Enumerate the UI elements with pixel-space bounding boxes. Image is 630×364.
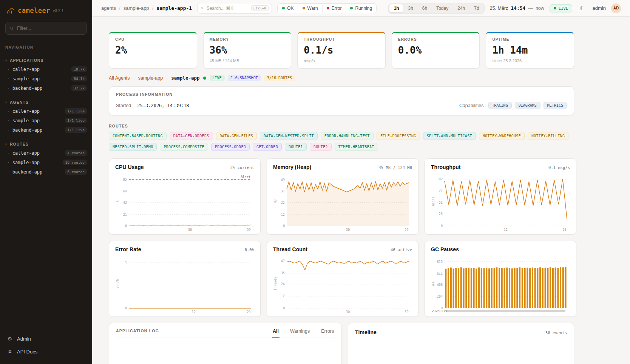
stat-card[interactable]: ERRORS 0.0%: [392, 32, 480, 69]
svg-text:30: 30: [346, 228, 350, 232]
route-chip[interactable]: ROUTE1: [285, 143, 307, 151]
chart-plot[interactable]: 0265177102msg/s1223: [431, 172, 570, 232]
api-docs-label: API Docs: [17, 349, 37, 355]
global-search[interactable]: Ctrl+K: [197, 3, 272, 14]
breadcrumb-agents[interactable]: agents: [101, 5, 116, 11]
status-filter-button[interactable]: OK: [278, 4, 298, 13]
chart-plot[interactable]: 01err/h1223: [115, 255, 254, 314]
capability-badge[interactable]: DIAGRAMS: [515, 102, 540, 109]
route-chip[interactable]: SPLIT-AND-MULTICAST: [423, 132, 476, 140]
sidebar-item-route-group[interactable]: ▸ backend-app 6 routes: [0, 167, 92, 177]
stat-value: 2%: [115, 45, 191, 56]
status-dot-icon: [303, 7, 305, 9]
route-chip[interactable]: NOTIFY-BILLING: [528, 132, 569, 140]
sidebar-item-agent[interactable]: ▸ backend-app 1/1 live: [0, 125, 92, 135]
sidebar-item-application[interactable]: ▸ sample-app 84.1k: [0, 74, 92, 83]
live-toggle[interactable]: LIVE: [550, 4, 572, 12]
time-range-button[interactable]: 3h: [404, 4, 417, 12]
sidebar-item-application[interactable]: ▸ caller-app 10.7k: [0, 65, 92, 74]
log-tab[interactable]: All: [272, 329, 279, 338]
route-chip[interactable]: PROCESS-ORDER: [211, 143, 250, 151]
avatar[interactable]: AD: [611, 3, 621, 13]
route-chip[interactable]: PROCESS-COMPOSITE: [160, 143, 208, 151]
capability-badge[interactable]: METRICS: [544, 102, 567, 109]
stat-subtext: since 25.3.2026: [492, 58, 568, 63]
chart-plot[interactable]: 021436485%3059Alert: [115, 172, 254, 232]
list-icon: ≡: [7, 349, 13, 355]
route-chip[interactable]: TIMER-HEARTBEAT: [335, 143, 378, 151]
item-label: caller-app: [12, 109, 40, 114]
svg-text:49: 49: [281, 178, 285, 182]
filter-input[interactable]: [16, 25, 83, 31]
svg-text:12: 12: [504, 228, 508, 232]
sidebar-item-agent[interactable]: ▸ sample-app 1/1 live: [0, 116, 92, 125]
status-filter-button[interactable]: Warn: [298, 4, 322, 13]
route-chip[interactable]: GET-ORDER: [253, 143, 282, 151]
chart-plot[interactable]: 012243547threads3059: [273, 255, 412, 314]
stat-value: 0.1/s: [304, 45, 379, 56]
sidebar-item-agent[interactable]: ▸ caller-app 1/1 live: [0, 106, 92, 116]
stat-card[interactable]: MEMORY 36% 45 MB / 124 MB: [203, 32, 292, 69]
moon-icon: ☾: [580, 5, 585, 11]
route-chip[interactable]: CONTENT-BASED-ROUTING: [109, 132, 167, 140]
stat-value: 1h 14m: [492, 45, 568, 56]
route-chip[interactable]: ERROR-HANDLING-TEST: [321, 132, 374, 140]
chart-title: Thread Count: [273, 246, 307, 252]
time-range-button[interactable]: 1h: [389, 4, 403, 12]
item-status-badge: 1/1 live: [65, 127, 87, 133]
route-chip[interactable]: NESTED-SPLIT-DEMO: [109, 143, 157, 151]
dark-mode-toggle[interactable]: ☾: [578, 4, 587, 12]
route-chip[interactable]: DATA-GEN-ORDERS: [170, 132, 213, 140]
agent-badge: 3/16 ROUTES: [264, 75, 295, 81]
date-label: 25. März: [490, 6, 508, 11]
chart-title: Error Rate: [115, 246, 141, 252]
svg-text:20260325…: 20260325…: [432, 309, 449, 313]
chart-plot[interactable]: 012253749MB3059: [273, 172, 412, 232]
section-header-agents[interactable]: ▾ AGENTS: [0, 98, 92, 106]
section-header-applications[interactable]: ▾ APPLICATIONS: [0, 56, 92, 65]
item-label: caller-app: [12, 67, 40, 72]
route-chip[interactable]: DATA-GEN-FILES: [216, 132, 257, 140]
route-chip[interactable]: ROUTE2: [310, 143, 332, 151]
stat-card[interactable]: CPU 2%: [109, 32, 197, 69]
app-link[interactable]: sample-app: [138, 75, 163, 81]
log-tab[interactable]: Errors: [320, 329, 335, 338]
all-agents-link[interactable]: All Agents: [109, 75, 130, 81]
time-range-button[interactable]: Today: [432, 4, 452, 12]
timeline-events-badge: 50 events: [545, 330, 567, 335]
chevron-right-icon: ▸: [8, 119, 9, 122]
sidebar-item-route-group[interactable]: ▸ sample-app 16 routes: [0, 158, 92, 167]
time-range-button[interactable]: 6h: [418, 4, 431, 12]
logo[interactable]: cameleer v3.2.1: [0, 0, 92, 18]
stat-card[interactable]: UPTIME 1h 14m since 25.3.2026: [486, 32, 574, 69]
separator-dot: ·: [133, 75, 135, 81]
sidebar-item-application[interactable]: ▸ backend-app 32.2k: [0, 83, 92, 93]
stat-card[interactable]: THROUGHPUT 0.1/s msg/s: [297, 32, 386, 69]
chart-title: Throughput: [431, 164, 461, 170]
breadcrumb-app[interactable]: sample-app: [124, 5, 149, 11]
section-header-routes[interactable]: ▾ ROUTES: [0, 140, 92, 148]
live-label: LIVE: [559, 6, 568, 11]
search-input[interactable]: [206, 5, 249, 11]
status-filter-button[interactable]: Error: [322, 4, 346, 13]
log-tab[interactable]: Warnings: [289, 329, 310, 338]
time-range-button[interactable]: 24h: [453, 4, 469, 12]
capability-badge[interactable]: TRACING: [488, 102, 512, 109]
stat-subtext: msg/s: [304, 58, 379, 63]
svg-text:12: 12: [192, 310, 196, 314]
route-chip[interactable]: NOTIFY-WAREHOUSE: [479, 132, 525, 140]
sidebar-item-api-docs[interactable]: ≡ API Docs: [0, 345, 92, 358]
chart-current-value: 45 MB / 124 MB: [378, 165, 412, 170]
route-chip[interactable]: FILE-PROCESSING: [377, 132, 420, 140]
sidebar-item-route-group[interactable]: ▸ caller-app 4 routes: [0, 148, 92, 158]
route-chip[interactable]: DATA-GEN-NESTED-SPLIT: [260, 132, 318, 140]
time-range-button[interactable]: 7d: [470, 4, 483, 12]
status-filter-button[interactable]: Running: [346, 4, 376, 13]
sidebar-item-admin[interactable]: ⚙ Admin: [0, 332, 92, 345]
sidebar-filter[interactable]: [5, 22, 87, 35]
stat-value: 0.0%: [398, 45, 474, 56]
date-range-display[interactable]: 25. März 14:54 — now: [490, 5, 544, 11]
svg-text:23: 23: [247, 310, 250, 314]
svg-text:51: 51: [439, 201, 443, 204]
chart-plot[interactable]: 0204408611815ms20260325…: [431, 255, 570, 314]
